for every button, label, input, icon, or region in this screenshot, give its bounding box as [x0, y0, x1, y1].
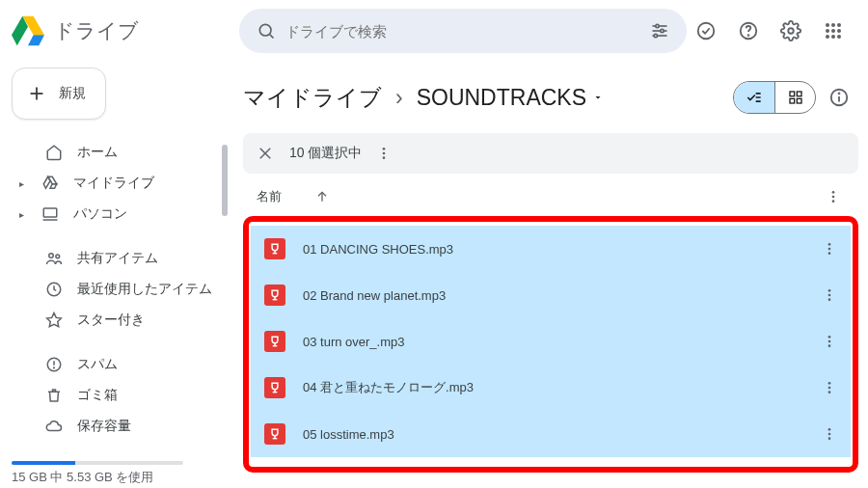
file-list-highlight: 01 DANCING SHOES.mp3 02 Brand new planet…	[243, 216, 858, 473]
svg-point-63	[828, 336, 831, 339]
nav-starred[interactable]: スター付き	[12, 305, 218, 336]
expand-icon[interactable]: ▸	[15, 178, 27, 189]
view-toggle	[733, 81, 816, 114]
trash-icon	[44, 387, 64, 404]
file-row[interactable]: 03 turn over_.mp3	[251, 318, 851, 365]
search-input[interactable]	[285, 23, 640, 40]
svg-point-25	[49, 254, 54, 258]
svg-rect-36	[797, 92, 801, 96]
nav-label: ホーム	[77, 144, 118, 161]
main-content: マイドライブ › SOUNDTRACKS	[228, 62, 868, 488]
file-row[interactable]: 01 DANCING SHOES.mp3	[251, 226, 851, 272]
svg-point-20	[837, 35, 841, 39]
apps-icon[interactable]	[814, 12, 853, 50]
help-icon[interactable]	[729, 12, 768, 50]
svg-point-8	[698, 23, 715, 40]
file-name: 05 losstime.mp3	[303, 427, 394, 442]
more-vert-icon	[376, 146, 392, 161]
svg-rect-35	[790, 92, 795, 96]
file-more-icon[interactable]	[822, 426, 837, 442]
settings-icon[interactable]	[772, 12, 810, 50]
file-name: 04 君と重ねたモノローグ.mp3	[303, 379, 474, 396]
breadcrumb-root[interactable]: マイドライブ	[243, 83, 382, 113]
svg-point-3	[656, 24, 659, 27]
file-more-icon[interactable]	[822, 287, 837, 303]
star-icon	[44, 312, 64, 329]
svg-point-49	[832, 196, 835, 199]
file-row[interactable]: 04 君と重ねたモノローグ.mp3	[251, 365, 851, 411]
file-more-icon[interactable]	[822, 380, 837, 395]
spam-icon	[44, 356, 64, 373]
svg-point-74	[828, 433, 831, 436]
scrollbar-thumb[interactable]	[222, 145, 228, 216]
audio-file-icon	[264, 331, 285, 352]
svg-point-48	[832, 191, 835, 194]
nav-storage[interactable]: 保存容量	[12, 411, 218, 442]
sort-asc-icon[interactable]	[314, 189, 330, 204]
selection-more-icon[interactable]	[369, 134, 398, 173]
storage-bar	[12, 461, 183, 465]
offline-ready-icon[interactable]	[687, 12, 725, 50]
nav-computers[interactable]: ▸ パソコン	[12, 199, 218, 230]
nav-trash[interactable]: ゴミ箱	[12, 380, 218, 411]
svg-point-14	[837, 23, 841, 27]
svg-point-16	[831, 29, 835, 33]
svg-point-13	[831, 23, 835, 27]
svg-point-54	[828, 248, 831, 251]
svg-point-44	[383, 148, 386, 150]
nav-label: 共有アイテム	[77, 250, 158, 267]
search-bar[interactable]	[239, 9, 687, 53]
svg-rect-37	[790, 98, 795, 103]
svg-line-1	[270, 35, 274, 39]
file-name: 03 turn over_.mp3	[303, 335, 405, 349]
storage-text: 15 GB 中 5.53 GB を使用	[12, 469, 218, 486]
nav-label: パソコン	[73, 205, 127, 223]
header: ドライブ	[0, 0, 868, 62]
mydrive-icon	[41, 175, 60, 192]
svg-point-55	[828, 252, 831, 255]
svg-point-60	[828, 298, 831, 301]
clear-selection-button[interactable]	[249, 137, 282, 170]
nav-spam[interactable]: スパム	[12, 349, 218, 380]
nav-recent[interactable]: 最近使用したアイテム	[12, 274, 218, 305]
nav-home[interactable]: ホーム	[12, 137, 218, 168]
title-bar: マイドライブ › SOUNDTRACKS	[243, 62, 858, 133]
new-button[interactable]: 新規	[12, 68, 106, 120]
svg-point-75	[828, 437, 831, 440]
svg-point-7	[654, 34, 657, 37]
column-name[interactable]: 名前	[257, 188, 282, 205]
list-view-button[interactable]	[734, 82, 774, 113]
svg-point-73	[828, 428, 831, 431]
column-menu-icon[interactable]	[826, 189, 841, 204]
audio-file-icon	[264, 423, 285, 445]
search-options-icon[interactable]	[640, 21, 679, 41]
svg-rect-38	[797, 98, 801, 103]
close-icon	[257, 145, 274, 162]
file-row[interactable]: 05 losstime.mp3	[251, 411, 851, 457]
breadcrumb-current[interactable]: SOUNDTRACKS	[417, 85, 604, 111]
grid-view-button[interactable]	[774, 82, 815, 113]
details-icon[interactable]	[820, 78, 858, 117]
plus-icon	[26, 83, 47, 104]
cloud-icon	[44, 418, 64, 435]
search-icon[interactable]	[247, 21, 285, 41]
people-icon	[44, 250, 64, 267]
audio-file-icon	[264, 238, 285, 259]
nav-shared[interactable]: 共有アイテム	[12, 243, 218, 274]
svg-point-50	[832, 200, 835, 203]
storage-meter: 15 GB 中 5.53 GB を使用	[12, 461, 218, 486]
brand[interactable]: ドライブ	[12, 14, 239, 47]
svg-point-58	[828, 289, 831, 292]
home-icon	[44, 144, 64, 161]
file-row[interactable]: 02 Brand new planet.mp3	[251, 272, 851, 318]
nav-mydrive[interactable]: ▸ マイドライブ	[12, 168, 218, 199]
breadcrumb: マイドライブ › SOUNDTRACKS	[243, 83, 604, 113]
selection-text: 10 個選択中	[289, 145, 362, 162]
file-more-icon[interactable]	[822, 334, 837, 349]
expand-icon[interactable]: ▸	[15, 209, 27, 220]
svg-point-64	[828, 340, 831, 343]
file-more-icon[interactable]	[822, 241, 837, 257]
audio-file-icon	[264, 377, 285, 398]
nav-label: スパム	[77, 356, 118, 373]
svg-point-70	[828, 391, 831, 393]
